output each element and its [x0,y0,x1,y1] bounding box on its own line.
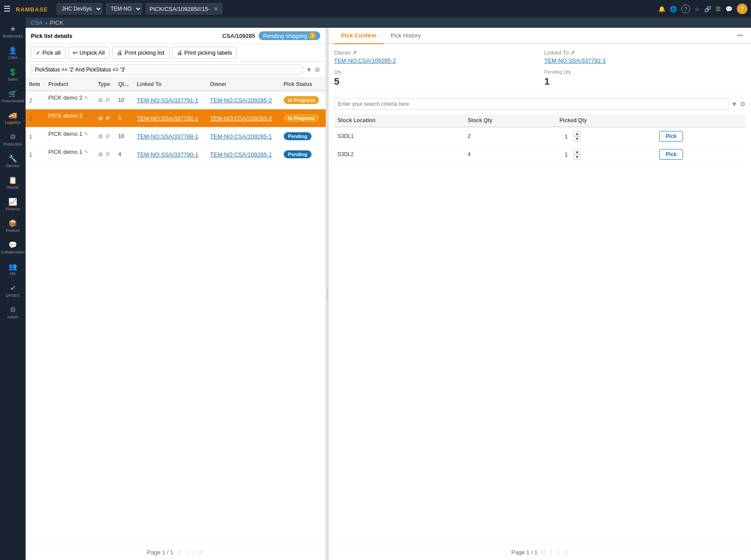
right-next-page[interactable]: ⟩ [556,548,559,556]
tab-pick-history[interactable]: Pick History [383,28,428,44]
col-qty: Qt... [115,78,133,91]
owner-link[interactable]: TEM-NO:CSA/109285-2 [210,97,272,104]
cell-pick-btn: Pick [656,127,746,146]
sidebar-item-service[interactable]: 🔧 Service [1,151,25,172]
cell-item: 2 [26,109,45,127]
unpick-all-button[interactable]: ↩ Unpick All [68,47,109,59]
sidebar-item-product[interactable]: 📦 Product [1,216,25,236]
last-page-btn[interactable]: ⟩⟩ [198,548,204,556]
bell-icon[interactable]: 🔔 [658,6,665,12]
company-selector[interactable]: JHC DevSys [57,3,102,15]
qty-group: Qty 5 [334,69,536,87]
sidebar-item-sales[interactable]: 💲 Sales [1,64,25,85]
col-stock-qty: Stock Qty [464,114,556,127]
pick-all-button[interactable]: ✓ Pick all [31,47,65,59]
cell-owner: TEM-NO:CSA/109285-2 [207,91,280,109]
print-picking-list-button[interactable]: 🖨 Print picking list [112,47,169,59]
owner-value[interactable]: TEM-NO:CSA/109285-2 [334,57,536,64]
owner-link[interactable]: TEM-NO:CSA/109285-1 [210,151,272,158]
unpick-icon: ↩ [73,49,78,56]
qty-spinners[interactable]: ▲ ▼ [574,131,581,142]
right-first-page[interactable]: ⟨⟨ [540,548,546,556]
qty-down-btn[interactable]: ▼ [574,154,581,160]
table-row[interactable]: 2 PICK demo 2 ✎ - ⚙ P 5 TEM-NO:SSA/33779… [26,109,326,127]
help-icon[interactable]: ? [681,4,690,13]
next-page-btn[interactable]: ⟩ [192,548,195,556]
cell-location: S3DL2 [334,146,464,164]
owner-link[interactable]: TEM-NO:CSA/109285-1 [210,133,272,140]
sidebar-item-collaboration[interactable]: 💬 Collaboration [1,237,25,258]
more-icon[interactable]: ••• [734,28,746,43]
qty-up-btn[interactable]: ▲ [574,131,581,136]
linked-to-group: Linked To ↗ TEM-NO:SSA/337792-1 [544,49,746,64]
linked-to-link[interactable]: TEM-NO:SSA/337791-1 [137,97,198,104]
first-page-btn[interactable]: ⟨⟨ [176,548,182,556]
filter-icon[interactable]: ▼ [306,66,312,73]
right-prev-page[interactable]: ⟨ [549,548,553,556]
collaboration-icon: 💬 [8,241,17,249]
linked-to-value[interactable]: TEM-NO:SSA/337792-1 [544,57,746,64]
prev-page-btn[interactable]: ⟨ [185,548,189,556]
sidebar-item-admin[interactable]: ⚙ Admin [1,302,25,323]
stock-filter-icon[interactable]: ▼ [731,101,737,108]
linked-to-link[interactable]: TEM-NO:SSA/337792-1 [137,115,198,122]
linked-to-link[interactable]: TEM-NO:SSA/337790-1 [137,151,198,158]
close-tab-icon[interactable]: ✕ [214,6,218,12]
cell-type: ⚙ P [94,127,115,146]
main-table: Item Product Type Qt... Linked To Owner … [26,78,326,164]
settings-icon[interactable]: ⚙ [315,66,320,73]
pick-button[interactable]: Pick [659,149,683,160]
qty-spinners[interactable]: ▲ ▼ [574,149,581,160]
globe-icon[interactable]: 🌐 [670,6,677,12]
info-row: Owner ↗ TEM-NO:CSA/109285-2 Linked To ↗ … [334,49,746,64]
tabs: Pick Confirm Pick History ••• [329,28,751,44]
sidebar-item-rental[interactable]: 📋 Rental [1,172,25,193]
breadcrumb-tab[interactable]: PICK/CSA/109285///15- ✕ [146,3,222,15]
sidebar-item-finance[interactable]: 📈 Finance [1,194,25,215]
table-row[interactable]: 1 PICK demo 1 ✎ - ⚙ P 10 TEM-NO:SSA/3377… [26,127,326,146]
sidebar-item-procurement[interactable]: 🛒 Procurement [1,86,25,107]
qty-up-btn[interactable]: ▲ [574,149,581,154]
stock-table: Stock Location Stock Qty Picked Qty S3DL… [334,114,746,164]
cell-owner: TEM-NO:CSA/109285-2 [207,109,280,127]
table-row[interactable]: 1 PICK demo 1 ✎ - ⚙ P 4 TEM-NO:SSA/33779… [26,146,326,164]
owner-link[interactable]: TEM-NO:CSA/109285-2 [210,115,272,122]
pending-qty-value: 1 [544,76,746,87]
list-icon[interactable]: ☰ [716,6,721,12]
topbar-icons: 🔔 🌐 ? ☆ 🔗 ☰ 💬 7 [658,4,747,14]
cell-pick-btn: Pick [656,146,746,164]
filter-input[interactable] [31,64,303,75]
sidebar-item-qhses[interactable]: ✔ QHSES [1,280,25,301]
owner-label: Owner ↗ [334,49,536,56]
pick-button[interactable]: Pick [659,131,683,142]
table-row[interactable]: 2 PICK demo 2 ✎ - ⚙ P 10 TEM-NO:SSA/3377… [26,91,326,109]
right-last-page[interactable]: ⟩⟩ [562,548,568,556]
avatar[interactable]: 7 [737,4,747,14]
sidebar-item-crm[interactable]: 👤 CRM [1,43,25,63]
stock-settings-icon[interactable]: ⚙ [740,101,746,108]
right-panel: Pick Confirm Pick History ••• Owner ↗ TE… [328,28,751,560]
menu-icon[interactable]: ☰ [4,4,11,14]
tem-selector[interactable]: TEM-NO [106,3,142,15]
sidebar-item-hr[interactable]: 👥 HR [1,259,25,280]
panel-meta: CSA/109285 Pending shipping 3 [222,31,320,40]
logistics-icon: 🚚 [8,111,17,119]
sales-icon: 💲 [8,68,17,76]
cell-item: 1 [26,146,45,164]
cell-picked-qty: 1 ▲ ▼ [556,127,656,146]
sidebar-item-production[interactable]: ⚙ Production [1,129,25,150]
sidebar-item-bookmarks[interactable]: ★ Bookmarks [1,21,25,42]
sidebar-item-logistics[interactable]: 🚚 Logistics [1,108,25,128]
tab-pick-confirm[interactable]: Pick Confirm [334,28,383,44]
stock-search-input[interactable] [334,98,728,110]
qty-down-btn[interactable]: ▼ [574,136,581,142]
star-icon[interactable]: ☆ [695,6,700,12]
csa-link[interactable]: CSA [31,19,43,26]
cell-qty: 10 [115,127,133,146]
chat-icon[interactable]: 💬 [725,6,732,12]
link-icon[interactable]: 🔗 [704,6,711,12]
cell-type: ⚙ P [94,146,115,164]
linked-to-link[interactable]: TEM-NO:SSA/337788-1 [137,133,198,140]
col-linked-to: Linked To [133,78,207,91]
print-picking-labels-button[interactable]: 🖨 Print picking labels [172,47,237,59]
